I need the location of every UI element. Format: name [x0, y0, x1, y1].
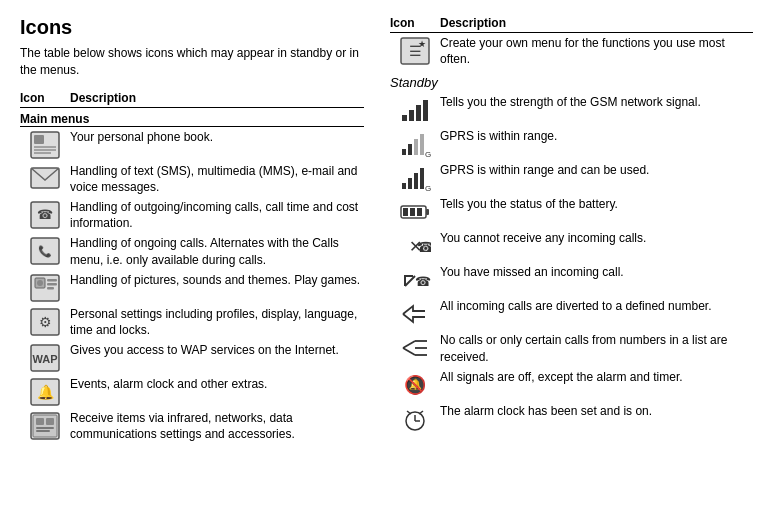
svg-text:⚙: ⚙ — [39, 314, 52, 330]
desc-no-calls: You cannot receive any incoming calls. — [440, 230, 753, 246]
page-title: Icons — [20, 16, 364, 39]
icon-phonebook — [20, 129, 70, 159]
icon-extras: 🔔 — [20, 376, 70, 406]
desc-wap: Gives you access to WAP services on the … — [70, 342, 364, 358]
svg-rect-47 — [403, 208, 408, 216]
svg-point-12 — [37, 280, 43, 286]
icon-calls: ☎ — [20, 199, 70, 229]
svg-rect-33 — [416, 105, 421, 121]
desc-missed-call: You have missed an incoming call. — [440, 264, 753, 280]
desc-alarm: The alarm clock has been set and is on. — [440, 403, 753, 419]
svg-rect-46 — [426, 209, 429, 215]
desc-media: Handling of pictures, sounds and themes.… — [70, 272, 364, 288]
intro-text: The table below shows icons which may ap… — [20, 45, 364, 79]
left-table-header: Icon Description — [20, 91, 364, 108]
table-row: Tells you the strength of the GSM networ… — [390, 94, 753, 124]
svg-rect-48 — [410, 208, 415, 216]
desc-signal: Tells you the strength of the GSM networ… — [440, 94, 753, 110]
desc-ongoing: Handling of ongoing calls. Alternates wi… — [70, 235, 364, 267]
icon-signal — [390, 94, 440, 124]
table-row: Tells you the status of the battery. — [390, 196, 753, 226]
icon-ongoing: 📞 — [20, 235, 70, 265]
svg-text:G: G — [425, 184, 431, 192]
col-desc-label: Description — [70, 91, 364, 105]
svg-text:🔕: 🔕 — [404, 374, 427, 396]
icon-all-signals-off: 🔕 — [390, 369, 440, 399]
svg-text:WAP: WAP — [32, 353, 57, 365]
svg-text:★: ★ — [418, 39, 426, 49]
table-row: Handling of text (SMS), multimedia (MMS)… — [20, 163, 364, 195]
right-column: Icon Description ☰★ Create your own menu… — [380, 16, 769, 504]
table-row: G GPRS is within range. — [390, 128, 753, 158]
section-standby: Standby — [390, 75, 753, 90]
table-row: The alarm clock has been set and is on. — [390, 403, 753, 433]
table-row: ☎ You have missed an incoming call. — [390, 264, 753, 294]
desc-diverted: All incoming calls are diverted to a def… — [440, 298, 753, 314]
svg-rect-26 — [36, 427, 54, 429]
icon-my-menu: ☰★ — [390, 35, 440, 65]
table-row: 🔕 All signals are off, except the alarm … — [390, 369, 753, 399]
icon-wap: WAP — [20, 342, 70, 372]
table-row: 🔔 Events, alarm clock and other extras. — [20, 376, 364, 406]
svg-rect-31 — [402, 115, 407, 121]
col-icon-label-right: Icon — [390, 16, 440, 30]
svg-rect-38 — [420, 134, 424, 155]
svg-text:☎: ☎ — [415, 274, 431, 289]
table-row: No calls or only certain calls from numb… — [390, 332, 753, 364]
svg-text:📞: 📞 — [38, 244, 52, 258]
icon-battery — [390, 196, 440, 226]
desc-phonebook: Your personal phone book. — [70, 129, 364, 145]
desc-infrared: Receive items via infrared, networks, da… — [70, 410, 364, 442]
col-icon-label: Icon — [20, 91, 70, 105]
icon-media — [20, 272, 70, 302]
icon-limited-calls — [390, 332, 440, 362]
svg-rect-43 — [420, 168, 424, 189]
right-table-header: Icon Description — [390, 16, 753, 33]
table-row: 📞 Handling of ongoing calls. Alternates … — [20, 235, 364, 267]
table-row: Receive items via infrared, networks, da… — [20, 410, 364, 442]
icon-settings: ⚙ — [20, 306, 70, 336]
left-column: Icons The table below shows icons which … — [0, 16, 380, 504]
desc-sms: Handling of text (SMS), multimedia (MMS)… — [70, 163, 364, 195]
icon-missed-call: ☎ — [390, 264, 440, 294]
icon-infrared — [20, 410, 70, 440]
table-row: Your personal phone book. — [20, 129, 364, 159]
svg-text:☎: ☎ — [417, 239, 432, 255]
icon-gprs1: G — [390, 128, 440, 158]
desc-calls: Handling of outgoing/incoming calls, cal… — [70, 199, 364, 231]
icon-no-calls: ✕ ☎ — [390, 230, 440, 260]
page-container: Icons The table below shows icons which … — [0, 0, 769, 520]
svg-rect-1 — [34, 135, 44, 144]
desc-battery: Tells you the status of the battery. — [440, 196, 753, 212]
svg-rect-37 — [414, 139, 418, 155]
svg-rect-36 — [408, 144, 412, 155]
svg-rect-40 — [402, 183, 406, 189]
desc-settings: Personal settings including profiles, di… — [70, 306, 364, 338]
desc-limited-calls: No calls or only certain calls from numb… — [440, 332, 753, 364]
col-desc-label-right: Description — [440, 16, 753, 30]
desc-all-signals-off: All signals are off, except the alarm an… — [440, 369, 753, 385]
svg-rect-14 — [47, 283, 57, 286]
svg-rect-35 — [402, 149, 406, 155]
table-row: ✕ ☎ You cannot receive any incoming call… — [390, 230, 753, 260]
icon-diverted — [390, 298, 440, 328]
icon-sms — [20, 163, 70, 193]
table-row: ⚙ Personal settings including profiles, … — [20, 306, 364, 338]
svg-rect-25 — [46, 418, 54, 425]
svg-line-52 — [405, 276, 415, 286]
section-main-menus: Main menus — [20, 112, 364, 127]
svg-rect-27 — [36, 430, 50, 432]
desc-gprs2: GPRS is within range and can be used. — [440, 162, 753, 178]
svg-rect-15 — [47, 287, 54, 290]
desc-gprs1: GPRS is within range. — [440, 128, 753, 144]
table-row: ☎ Handling of outgoing/incoming calls, c… — [20, 199, 364, 231]
table-row: All incoming calls are diverted to a def… — [390, 298, 753, 328]
svg-text:G: G — [425, 150, 431, 158]
svg-rect-49 — [417, 208, 422, 216]
svg-rect-34 — [423, 100, 428, 121]
svg-rect-32 — [409, 110, 414, 121]
svg-text:☎: ☎ — [37, 207, 53, 222]
table-row: G GPRS is within range and can be used. — [390, 162, 753, 192]
svg-rect-24 — [36, 418, 44, 425]
desc-my-menu: Create your own menu for the functions y… — [440, 35, 753, 67]
